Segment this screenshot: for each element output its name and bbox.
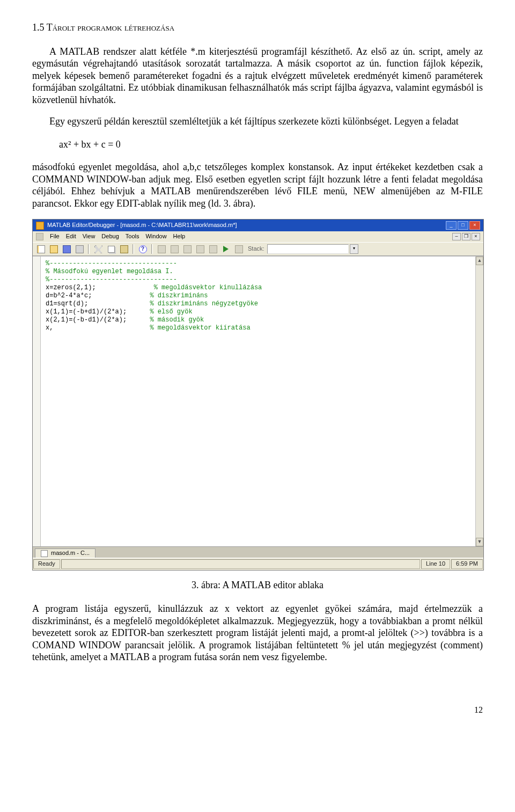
step-in-icon [196, 245, 204, 253]
run-button[interactable] [220, 244, 232, 254]
code-comment: % diszkrimináns négyzetgyöke [150, 300, 258, 308]
stop-icon [235, 245, 243, 253]
paragraph-4: A program listája egyszerű, kinullázzuk … [32, 603, 483, 663]
copy-icon [108, 246, 115, 253]
close-button[interactable]: × [469, 221, 480, 230]
matlab-editor-window: MATLAB Editor/Debugger - [masod.m - C:\M… [32, 219, 484, 570]
cut-button[interactable] [92, 244, 104, 254]
code-line: x, [46, 324, 53, 332]
step-button[interactable] [181, 244, 193, 254]
figure-caption: 3. ábra: A MATLAB editor ablaka [32, 579, 483, 591]
open-button[interactable] [48, 244, 60, 254]
open-icon [50, 245, 58, 253]
menu-help[interactable]: Help [173, 233, 186, 240]
code-comment: %--------------------------------- [46, 276, 177, 283]
formula: ax² + bx + c = 0 [59, 138, 483, 151]
code-line: d=b^2-4*a*c; [46, 292, 92, 299]
status-time: 6:59 PM [451, 559, 483, 569]
code-comment: % diszkrimináns [150, 292, 208, 299]
editor-body[interactable]: ▲ ▼ %--------------------------------- %… [33, 256, 483, 546]
code-line: x(2,1)=(-b-d1)/(2*a); [46, 316, 127, 324]
window-title: MATLAB Editor/Debugger - [masod.m - C:\M… [47, 222, 237, 229]
toolbar: ? Stack: ▾ [33, 242, 483, 256]
paste-button[interactable] [118, 244, 130, 254]
toolbar-separator [88, 244, 90, 254]
maximize-button[interactable]: □ [458, 221, 468, 230]
breakpoint-icon [158, 245, 166, 253]
statusbar: Ready Line 10 6:59 PM [33, 558, 483, 570]
code-comment: % első gyök [150, 308, 192, 316]
page-number: 12 [0, 689, 515, 726]
stack-dropdown-button[interactable]: ▾ [350, 244, 358, 254]
menu-tools[interactable]: Tools [126, 233, 139, 240]
help-icon: ? [139, 245, 147, 253]
menubar: File Edit View Debug Tools Window Help –… [33, 231, 483, 242]
breakpoint-button[interactable] [156, 244, 167, 254]
code-line: d1=sqrt(d); [46, 300, 88, 308]
window-titlebar[interactable]: MATLAB Editor/Debugger - [masod.m - C:\M… [33, 220, 483, 231]
step-icon [183, 245, 192, 253]
mdi-restore-button[interactable]: ❐ [462, 233, 470, 240]
document-icon [36, 233, 43, 240]
print-button[interactable] [73, 244, 85, 254]
stack-label: Stack: [248, 245, 264, 253]
menu-view[interactable]: View [83, 233, 95, 240]
save-button[interactable] [61, 244, 72, 254]
app-icon [36, 222, 44, 230]
file-tab-label: masod.m - C... [51, 550, 90, 557]
paragraph-3: másodfokú egyenlet megoldása, ahol a,b,c… [32, 161, 483, 209]
toolbar-separator [151, 244, 153, 254]
copy-button[interactable] [105, 244, 117, 254]
step-out-button[interactable] [207, 244, 219, 254]
code-comment: % második gyök [150, 316, 204, 324]
minimize-button[interactable]: _ [446, 221, 457, 230]
tab-bar: masod.m - C... [33, 546, 483, 558]
paragraph-2: Egy egyszerű példán keresztül szemléltet… [32, 115, 483, 128]
code-comment: % Másodfokú egyenlet megoldása I. [46, 268, 173, 275]
menu-debug[interactable]: Debug [101, 233, 119, 240]
step-out-icon [209, 245, 217, 253]
new-icon [37, 245, 45, 253]
stack-field[interactable] [267, 244, 349, 254]
help-button[interactable]: ? [137, 244, 149, 254]
cut-icon [94, 245, 102, 253]
menu-window[interactable]: Window [145, 233, 166, 240]
status-ready: Ready [33, 559, 60, 569]
scroll-down-icon[interactable]: ▼ [476, 538, 483, 546]
section-heading: 1.5 Tárolt programok létrehozása [32, 21, 483, 34]
clear-breakpoints-button[interactable] [168, 244, 180, 254]
code-line: x=zeros(2,1); [46, 284, 96, 291]
scroll-up-icon[interactable]: ▲ [476, 257, 483, 265]
editor-gutter [33, 257, 41, 546]
file-icon [41, 550, 48, 557]
run-icon [223, 246, 229, 252]
code-comment: % megoldásvektor kiíratása [150, 324, 250, 332]
paste-icon [120, 245, 128, 253]
menu-edit[interactable]: Edit [66, 233, 76, 240]
menu-file[interactable]: File [50, 233, 60, 240]
status-spacer [61, 559, 420, 569]
status-line: Line 10 [421, 559, 450, 569]
file-tab[interactable]: masod.m - C... [35, 548, 95, 558]
toolbar-separator [133, 244, 134, 254]
print-icon [76, 245, 84, 253]
mdi-minimize-button[interactable]: – [452, 233, 461, 240]
code-comment: % megoldásvektor kinullázása [154, 284, 262, 291]
mdi-close-button[interactable]: × [472, 233, 480, 240]
code-comment: %--------------------------------- [46, 260, 177, 267]
new-button[interactable] [35, 244, 47, 254]
stop-button[interactable] [233, 244, 245, 254]
clear-breakpoints-icon [171, 245, 179, 253]
paragraph-1: A MATLAB rendszer alatt kétféle *.m kite… [32, 46, 483, 106]
scrollbar-vertical[interactable]: ▲ ▼ [475, 257, 483, 546]
code-line: x(1,1)=(-b+d1)/(2*a); [46, 308, 127, 316]
step-in-button[interactable] [194, 244, 206, 254]
save-icon [63, 245, 71, 253]
editor-code[interactable]: %--------------------------------- % Más… [33, 257, 483, 335]
